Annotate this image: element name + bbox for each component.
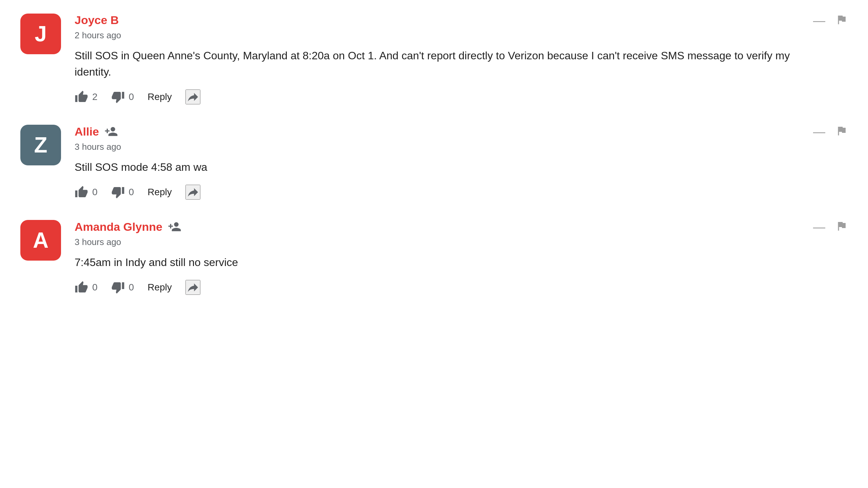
minimize-button[interactable]: — <box>813 221 825 234</box>
share-button[interactable] <box>185 185 200 200</box>
comment-item: A Amanda Glynne 3 hours ago 7:45am in In… <box>20 220 848 295</box>
avatar: Z <box>20 125 61 165</box>
share-button[interactable] <box>185 280 200 295</box>
like-count: 0 <box>92 187 98 198</box>
timestamp: 2 hours ago <box>75 30 848 41</box>
corner-actions: — <box>813 125 848 140</box>
minus-icon: — <box>813 220 825 234</box>
comment-body: Amanda Glynne 3 hours ago 7:45am in Indy… <box>75 220 848 295</box>
like-count: 0 <box>92 282 98 293</box>
like-button[interactable]: 2 <box>75 90 98 104</box>
flag-button[interactable] <box>835 220 848 235</box>
comment-header: Allie <box>75 125 848 138</box>
reply-button[interactable]: Reply <box>147 92 172 102</box>
like-count: 2 <box>92 92 98 102</box>
timestamp: 3 hours ago <box>75 237 848 247</box>
comment-text: Still SOS mode 4:58 am wa <box>75 159 821 175</box>
corner-actions: — <box>813 14 848 28</box>
dislike-button[interactable]: 0 <box>111 185 134 199</box>
author-name: Allie <box>75 125 99 138</box>
dislike-button[interactable]: 0 <box>111 281 134 294</box>
minimize-button[interactable]: — <box>813 15 825 27</box>
avatar: J <box>20 14 61 54</box>
comment-header: Joyce B <box>75 14 848 27</box>
corner-actions: — <box>813 220 848 235</box>
dislike-count: 0 <box>129 92 134 102</box>
comment-actions: 0 0 Reply <box>75 280 848 295</box>
timestamp: 3 hours ago <box>75 142 848 152</box>
minus-icon: — <box>813 125 825 139</box>
avatar: A <box>20 220 61 261</box>
minus-icon: — <box>813 14 825 27</box>
comment-body: Joyce B 2 hours ago Still SOS in Queen A… <box>75 14 848 104</box>
flag-button[interactable] <box>835 14 848 28</box>
like-button[interactable]: 0 <box>75 281 98 294</box>
author-name: Amanda Glynne <box>75 220 162 233</box>
dislike-count: 0 <box>129 187 134 198</box>
comment-header: Amanda Glynne <box>75 220 848 233</box>
reply-button[interactable]: Reply <box>147 187 172 198</box>
comment-item: Z Allie 3 hours ago Still SOS mode 4:58 … <box>20 125 848 200</box>
follow-icon[interactable] <box>104 125 118 138</box>
comment-actions: 2 0 Reply <box>75 89 848 104</box>
minimize-button[interactable]: — <box>813 126 825 139</box>
comment-text: Still SOS in Queen Anne's County, Maryla… <box>75 47 821 80</box>
comment-body: Allie 3 hours ago Still SOS mode 4:58 am… <box>75 125 848 200</box>
follow-icon[interactable] <box>168 220 181 233</box>
comment-text: 7:45am in Indy and still no service <box>75 254 821 270</box>
flag-button[interactable] <box>835 125 848 140</box>
like-button[interactable]: 0 <box>75 185 98 199</box>
dislike-button[interactable]: 0 <box>111 90 134 104</box>
author-name: Joyce B <box>75 14 119 27</box>
dislike-count: 0 <box>129 282 134 293</box>
comment-item: J Joyce B 2 hours ago Still SOS in Queen… <box>20 14 848 104</box>
comment-actions: 0 0 Reply <box>75 185 848 200</box>
reply-button[interactable]: Reply <box>147 282 172 293</box>
comments-container: J Joyce B 2 hours ago Still SOS in Queen… <box>0 0 868 329</box>
share-button[interactable] <box>185 89 200 104</box>
